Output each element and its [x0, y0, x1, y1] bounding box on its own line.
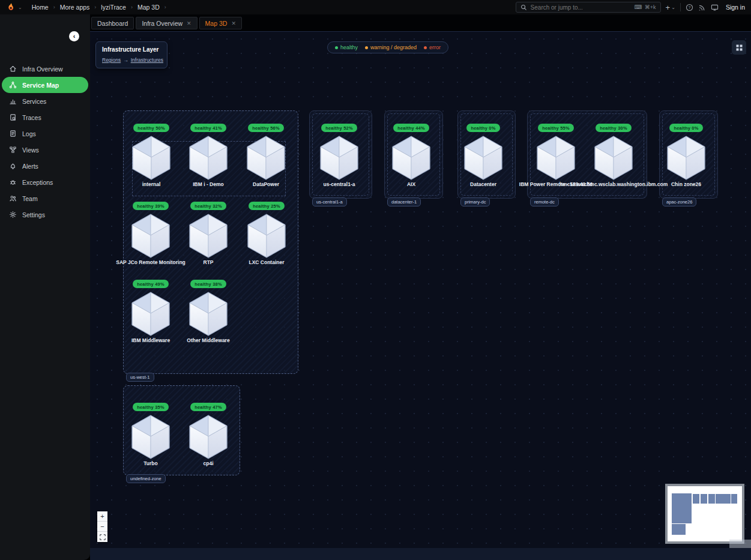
- app-logo-icon[interactable]: [6, 2, 16, 12]
- health-badge: healthy 47%: [190, 403, 226, 411]
- region-tag-us-central1-a: us-central1-a: [312, 197, 347, 206]
- cube-3d-icon: [131, 214, 170, 258]
- minimap-region-rect: [693, 494, 699, 504]
- fit-view-icon: [100, 534, 106, 540]
- infra-node-chin-zone26[interactable]: healthy 0% Chin zone26: [647, 124, 725, 187]
- health-badge: healthy 41%: [190, 124, 226, 132]
- cube-3d-icon: [247, 214, 286, 258]
- infra-node-aix[interactable]: healthy 44% AIX: [372, 124, 450, 187]
- infra-node-datapower[interactable]: healthy 56% DataPower: [227, 124, 305, 187]
- gear-icon: [9, 211, 17, 218]
- healthy-dot-icon: [335, 46, 338, 49]
- svg-text:?: ?: [688, 5, 690, 9]
- cube-3d-icon: [536, 136, 576, 180]
- breadcrumb-lyzitrace[interactable]: lyziTrace: [101, 4, 126, 11]
- cube-3d-icon: [594, 136, 633, 180]
- tab-bar: Dashboard Infra Overview✕ Map 3D✕: [90, 14, 751, 31]
- legend-error: error: [424, 44, 441, 50]
- plus-icon: +: [666, 4, 671, 11]
- minimap-region-rect: [672, 524, 686, 535]
- breadcrumb-map-3d[interactable]: Map 3D: [137, 4, 160, 11]
- sidebar-item-team[interactable]: Team: [2, 190, 88, 206]
- infra-node-us-central1-a[interactable]: healthy 52% us-central1-a: [300, 124, 378, 187]
- infrastructures-link[interactable]: Infrastructures: [131, 57, 163, 63]
- sidebar-collapse-button[interactable]: ‹: [69, 31, 79, 41]
- logo-caret-icon[interactable]: ⌄: [18, 5, 22, 10]
- bottom-strip: [90, 548, 751, 560]
- tab-map-3d[interactable]: Map 3D✕: [199, 17, 242, 29]
- node-label: Chin zone26: [671, 181, 701, 187]
- close-icon[interactable]: ✕: [231, 20, 236, 26]
- minimap-region-rect: [701, 494, 707, 504]
- infra-node-hmc56-wschmc-wsclab-washington-ibm-com[interactable]: healthy 30% hmc56.wschmc.wsclab.washingt…: [575, 124, 653, 187]
- zoom-out-button[interactable]: −: [97, 522, 107, 532]
- minimap-viewport[interactable]: [729, 540, 751, 548]
- legend-warning: warning / degraded: [365, 44, 417, 50]
- infra-node-lxc-container[interactable]: healthy 25% LXC Container: [228, 202, 306, 265]
- tab-infra-overview[interactable]: Infra Overview✕: [136, 17, 197, 29]
- keyboard-icon: ⌨: [635, 4, 642, 10]
- minimap-region-rect: [672, 493, 692, 523]
- health-badge: healthy 39%: [133, 202, 169, 210]
- search-field[interactable]: [531, 4, 631, 11]
- node-label: IBM Middleware: [131, 337, 170, 343]
- chevron-right-icon: ›: [94, 4, 96, 10]
- team-icon: [9, 194, 17, 202]
- sidebar-item-infra-overview[interactable]: Infra Overview: [2, 61, 88, 77]
- sidebar-item-logs[interactable]: Logs: [2, 125, 88, 142]
- chevron-right-icon: ›: [131, 4, 133, 10]
- cube-3d-icon: [246, 136, 286, 180]
- warning-dot-icon: [365, 46, 368, 49]
- search-input[interactable]: ⌨⌘+k: [516, 2, 661, 13]
- zoom-in-button[interactable]: +: [97, 511, 107, 522]
- sidebar-item-exceptions[interactable]: Exceptions: [2, 174, 88, 190]
- sidebar-item-label: Infra Overview: [22, 65, 63, 73]
- sidebar-item-service-map[interactable]: Service Map: [2, 77, 88, 93]
- chevron-right-icon: ›: [164, 4, 166, 10]
- chevron-down-icon: ⌄: [671, 5, 675, 10]
- node-label: us-central1-a: [324, 181, 355, 187]
- add-menu-button[interactable]: + ⌄: [666, 4, 675, 11]
- infra-node-other-middleware[interactable]: healthy 38% Other Middleware: [169, 280, 247, 343]
- node-label: internal: [142, 181, 161, 187]
- breadcrumb: Home › More apps › lyziTrace › Map 3D ›: [32, 4, 166, 11]
- sidebar-item-label: Service Map: [22, 82, 59, 89]
- bell-icon: [9, 162, 17, 170]
- sidebar-item-alerts[interactable]: Alerts: [2, 158, 88, 174]
- health-badge: healthy 52%: [321, 124, 357, 132]
- breadcrumb-home[interactable]: Home: [32, 4, 49, 11]
- sidebar-nav: Infra OverviewService MapServicesTracesL…: [2, 61, 88, 223]
- sidebar-item-traces[interactable]: Traces: [2, 109, 88, 125]
- health-badge: healthy 30%: [596, 124, 632, 132]
- news-rss-icon[interactable]: [698, 4, 706, 11]
- sidebar-item-label: Alerts: [22, 163, 38, 170]
- tab-dashboard[interactable]: Dashboard: [91, 17, 134, 29]
- sidebar-item-label: Settings: [22, 211, 45, 218]
- sidebar-item-views[interactable]: Views: [2, 142, 88, 158]
- infra-node-cp4i[interactable]: healthy 47% cp4i: [169, 403, 247, 466]
- region-tag-remote-dc: remote-dc: [530, 197, 559, 206]
- arrow-right-icon: →: [123, 57, 128, 63]
- map-3d-canvas[interactable]: Infrastructure Layer Regions → Infrastru…: [90, 31, 751, 548]
- panel-title: Infrastructure Layer: [102, 46, 161, 53]
- breadcrumb-more-apps[interactable]: More apps: [60, 4, 90, 11]
- search-icon: [520, 4, 527, 11]
- minimap[interactable]: [665, 484, 744, 544]
- help-icon[interactable]: ?: [686, 4, 693, 11]
- monitor-icon[interactable]: [711, 4, 719, 11]
- fit-view-button[interactable]: [97, 532, 107, 542]
- logs-icon: [9, 130, 17, 137]
- infra-node-datacenter[interactable]: healthy 0% Datacenter: [444, 124, 522, 187]
- zoom-controls: + −: [97, 511, 107, 542]
- sign-in-button[interactable]: Sign in: [726, 4, 745, 11]
- health-badge: healthy 35%: [133, 403, 169, 411]
- sidebar-item-label: Traces: [22, 114, 41, 121]
- node-label: Datacenter: [470, 181, 496, 187]
- cube-3d-icon: [391, 136, 431, 180]
- sidebar-item-services[interactable]: Services: [2, 93, 88, 109]
- regions-link[interactable]: Regions: [102, 57, 121, 63]
- sidebar-item-settings[interactable]: Settings: [2, 206, 88, 223]
- layout-grid-button[interactable]: [732, 40, 746, 55]
- chevron-right-icon: ›: [53, 4, 55, 10]
- close-icon[interactable]: ✕: [187, 20, 192, 26]
